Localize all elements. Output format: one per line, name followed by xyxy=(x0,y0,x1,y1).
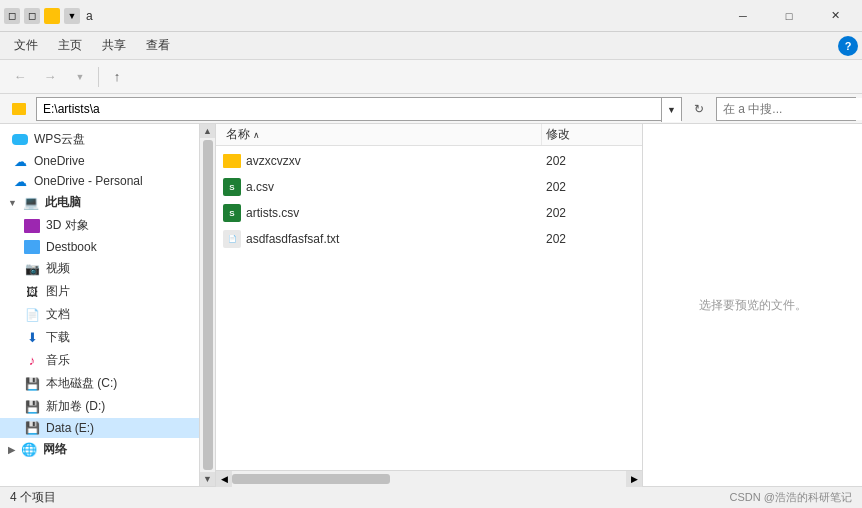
file-item-artistscsv[interactable]: S artists.csv 202 xyxy=(216,200,642,226)
hscroll-thumb[interactable] xyxy=(232,474,390,484)
sidebar-item-documents[interactable]: 📄 文档 xyxy=(0,303,199,326)
back-button[interactable]: ← xyxy=(6,64,34,90)
sidebar-scroll-up[interactable]: ▲ xyxy=(200,124,216,138)
sidebar-item-onedrive[interactable]: ☁ OneDrive xyxy=(0,151,199,171)
pictures-icon: 🖼 xyxy=(24,285,40,299)
col-header-name[interactable]: 名称 ∧ xyxy=(222,124,542,145)
filelist-content: avzxcvzxv 202 S a.csv 202 S artists.csv … xyxy=(216,146,642,470)
hscroll-right[interactable]: ▶ xyxy=(626,471,642,487)
sidebar-item-onedrive-personal[interactable]: ☁ OneDrive - Personal xyxy=(0,171,199,191)
sidebar: WPS云盘 ☁ OneDrive ☁ OneDrive - Personal ▼… xyxy=(0,124,199,486)
drive-e-icon: 💾 xyxy=(24,421,40,435)
network-expand-arrow: ▶ xyxy=(8,445,15,455)
preview-pane: 选择要预览的文件。 xyxy=(642,124,862,486)
address-dropdown[interactable]: ▼ xyxy=(661,98,681,122)
sidebar-item-drive-d[interactable]: 💾 新加卷 (D:) xyxy=(0,395,199,418)
destbook-icon xyxy=(24,240,40,254)
onedrive-personal-icon: ☁ xyxy=(12,174,28,188)
3d-icon xyxy=(24,219,40,233)
toolbar-separator xyxy=(98,67,99,87)
csv-icon: S xyxy=(222,178,242,196)
recent-button[interactable]: ▼ xyxy=(66,64,94,90)
computer-icon: 💻 xyxy=(23,195,39,210)
sidebar-item-network[interactable]: ▶ 🌐 网络 xyxy=(0,438,199,461)
forward-button[interactable]: → xyxy=(36,64,64,90)
search-input[interactable] xyxy=(717,98,862,120)
wps-cloud-icon xyxy=(12,134,28,145)
refresh-button[interactable]: ↻ xyxy=(686,97,712,121)
sidebar-scrollbar-thumb[interactable] xyxy=(203,140,213,470)
titlebar: ◻ ◻ ▼ a ─ □ ✕ xyxy=(0,0,862,32)
status-right: CSDN @浩浩的科研笔记 xyxy=(730,490,852,505)
downloads-icon: ⬇ xyxy=(24,331,40,345)
window-controls: ─ □ ✕ xyxy=(720,0,858,32)
onedrive-icon: ☁ xyxy=(12,154,28,168)
address-input[interactable] xyxy=(37,98,661,120)
search-box: 🔍 xyxy=(716,97,856,121)
network-icon: 🌐 xyxy=(21,442,37,457)
window-title: a xyxy=(86,9,720,23)
menu-home[interactable]: 主页 xyxy=(48,32,92,59)
sidebar-item-drive-e[interactable]: 💾 Data (E:) xyxy=(0,418,199,438)
video-icon: 📷 xyxy=(24,262,40,276)
documents-icon: 📄 xyxy=(24,308,40,322)
drive-d-icon: 💾 xyxy=(24,400,40,414)
address-folder-icon xyxy=(12,103,26,115)
csv-icon-2: S xyxy=(222,204,242,222)
filelist-header: 名称 ∧ 修改 xyxy=(216,124,642,146)
sidebar-item-downloads[interactable]: ⬇ 下载 xyxy=(0,326,199,349)
sidebar-item-3d[interactable]: 3D 对象 xyxy=(0,214,199,237)
sidebar-item-music[interactable]: ♪ 音乐 xyxy=(0,349,199,372)
up-button[interactable]: ↑ xyxy=(103,64,131,90)
sidebar-item-pictures[interactable]: 🖼 图片 xyxy=(0,280,199,303)
title-icon-3: ▼ xyxy=(64,8,80,24)
sidebar-item-drive-c[interactable]: 💾 本地磁盘 (C:) xyxy=(0,372,199,395)
title-icon-2: ◻ xyxy=(24,8,40,24)
item-count: 4 个项目 xyxy=(10,489,56,506)
addressbar: ▼ ↻ 🔍 xyxy=(0,94,862,124)
title-icon-1: ◻ xyxy=(4,8,20,24)
menubar: 文件 主页 共享 查看 ? xyxy=(0,32,862,60)
toolbar: ← → ▼ ↑ xyxy=(0,60,862,94)
title-icons: ◻ ◻ ▼ xyxy=(4,8,80,24)
menu-share[interactable]: 共享 xyxy=(92,32,136,59)
sidebar-item-computer[interactable]: ▼ 💻 此电脑 xyxy=(0,191,199,214)
hscroll: ◀ ▶ xyxy=(216,470,642,486)
music-icon: ♪ xyxy=(24,354,40,368)
col-header-modified[interactable]: 修改 xyxy=(542,124,636,145)
computer-expand-arrow: ▼ xyxy=(8,198,17,208)
sidebar-item-video[interactable]: 📷 视频 xyxy=(0,257,199,280)
statusbar: 4 个项目 CSDN @浩浩的科研笔记 xyxy=(0,486,862,508)
minimize-button[interactable]: ─ xyxy=(720,0,766,32)
drive-c-icon: 💾 xyxy=(24,377,40,391)
sidebar-item-destbook[interactable]: Destbook xyxy=(0,237,199,257)
file-item-acsv[interactable]: S a.csv 202 xyxy=(216,174,642,200)
close-button[interactable]: ✕ xyxy=(812,0,858,32)
filelist-area: 名称 ∧ 修改 avzxcvzxv 202 S a.csv xyxy=(216,124,642,486)
sort-arrow: ∧ xyxy=(253,130,260,140)
preview-text: 选择要预览的文件。 xyxy=(699,297,807,314)
txt-icon: 📄 xyxy=(222,230,242,248)
file-item-avzxcvzxv[interactable]: avzxcvzxv 202 xyxy=(216,148,642,174)
menu-view[interactable]: 查看 xyxy=(136,32,180,59)
sidebar-scroll-down[interactable]: ▼ xyxy=(200,472,216,486)
help-button[interactable]: ? xyxy=(838,36,858,56)
title-folder-icon xyxy=(44,8,60,24)
hscroll-left[interactable]: ◀ xyxy=(216,471,232,487)
maximize-button[interactable]: □ xyxy=(766,0,812,32)
sidebar-scrollbar: ▲ ▼ xyxy=(199,124,215,486)
hscroll-track xyxy=(232,471,626,487)
watermark: CSDN @浩浩的科研笔记 xyxy=(730,490,852,505)
folder-icon xyxy=(222,152,242,170)
address-crumb xyxy=(6,101,32,117)
menu-file[interactable]: 文件 xyxy=(4,32,48,59)
file-item-txt[interactable]: 📄 asdfasdfasfsaf.txt 202 xyxy=(216,226,642,252)
sidebar-item-wps[interactable]: WPS云盘 xyxy=(0,128,199,151)
main-area: WPS云盘 ☁ OneDrive ☁ OneDrive - Personal ▼… xyxy=(0,124,862,486)
